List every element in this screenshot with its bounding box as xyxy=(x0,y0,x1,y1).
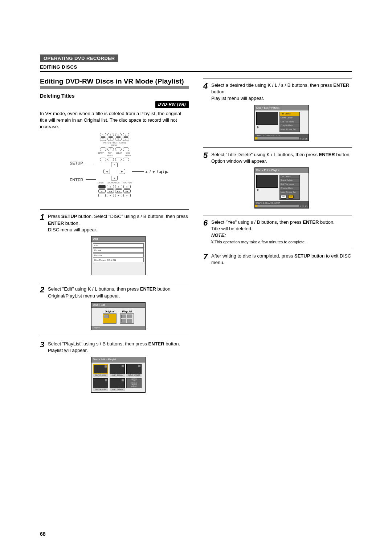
topmenu-label: TOP MENU xyxy=(106,152,114,157)
progress-row: 0:01:25 xyxy=(255,205,309,208)
play-button[interactable]: ▶ xyxy=(115,185,122,189)
pause2-button[interactable]: ■ xyxy=(107,194,114,197)
step-number: 4 xyxy=(203,82,211,144)
ff-button[interactable]: ▶▶ xyxy=(115,189,122,193)
play-icon xyxy=(257,189,259,191)
sub-title: Deleting Titles xyxy=(40,93,189,100)
picture-button[interactable] xyxy=(100,147,106,151)
no-button[interactable]: No xyxy=(288,195,294,199)
menu-item[interactable]: Edit Title Name xyxy=(280,183,299,187)
yes-button[interactable]: Yes xyxy=(281,195,287,199)
step-separator xyxy=(40,282,189,282)
num-0-button[interactable]: 0 xyxy=(107,147,114,151)
stop-button[interactable]: ■ xyxy=(123,185,131,189)
step-number: 1 xyxy=(40,213,48,278)
playlist-screenshot: Disc > Edit > Playlist JAN/1 1:00AM JAN/… xyxy=(91,357,146,393)
rew-button[interactable]: ◀◀ xyxy=(107,189,114,193)
step-separator xyxy=(203,78,352,78)
dpad-right[interactable]: ▶ xyxy=(119,169,125,174)
num-9-button[interactable]: 9 xyxy=(115,137,122,141)
original-tab[interactable]: Original xyxy=(103,310,117,324)
setup-callout: SETUP xyxy=(70,161,83,166)
menu-item[interactable]: Scene Delete xyxy=(280,116,299,120)
discmenu-button[interactable] xyxy=(123,158,129,161)
step-separator xyxy=(40,337,189,337)
num-6-button[interactable]: 6 xyxy=(115,133,122,137)
section-title: Editing DVD-RW Discs in VR Mode (Playlis… xyxy=(40,77,189,85)
menu-item[interactable]: Edit Title Name xyxy=(280,120,299,124)
ss-title: Disc > Edit > Playlist xyxy=(255,105,309,111)
step2-result: Original/PlayList menu will appear. xyxy=(48,293,189,299)
menu-item[interactable]: Edit xyxy=(93,243,144,248)
enter-callout: ENTER xyxy=(70,177,83,183)
status-row: JAN/ 1 1:00AM CH12 XP xyxy=(255,134,309,137)
num-8-button[interactable]: 8 xyxy=(107,137,114,141)
step-separator xyxy=(203,249,352,249)
skip-back-button[interactable]: ■ xyxy=(98,189,106,193)
arrows-callout: ▲ / ▼ / ◀ / ▶ xyxy=(144,169,168,175)
title-thumb[interactable] xyxy=(110,364,125,374)
menu-item[interactable]: Index Picture Set xyxy=(280,128,299,132)
note-label: NOTE: xyxy=(211,232,352,239)
volume-button[interactable] xyxy=(123,147,129,151)
play2-button[interactable]: ▶ xyxy=(115,194,122,197)
clear-button[interactable] xyxy=(115,158,122,161)
playlist-tab[interactable]: PlayList xyxy=(120,310,134,324)
setup-line xyxy=(86,163,94,163)
playlist-side-menu: Title Delete Scene Delete Edit Title Nam… xyxy=(279,175,300,200)
timer-button[interactable] xyxy=(115,147,122,151)
menu-item[interactable]: Title Delete xyxy=(280,112,299,116)
num-7-button[interactable]: 7 xyxy=(100,137,106,141)
title-thumb[interactable] xyxy=(110,378,125,388)
subcategory-heading: EDITING DISCS xyxy=(40,64,352,72)
step3-result: Playlist will appear. xyxy=(48,347,189,354)
add-new-title[interactable]: Add New Title Select an Original Playlis… xyxy=(126,378,142,388)
step-7: 7 After writing to disc is completed, pr… xyxy=(203,253,352,266)
play-icon xyxy=(257,126,259,129)
title-thumb[interactable] xyxy=(93,364,108,374)
setup-button[interactable] xyxy=(100,158,106,161)
dpad-left[interactable]: ◀ xyxy=(103,169,110,174)
menu-item[interactable]: Chapter Mark xyxy=(280,187,299,191)
num-5-button[interactable]: 5 xyxy=(107,133,114,137)
enter-label: ENTER xyxy=(96,182,105,184)
num-4-button[interactable]: 4 xyxy=(100,133,106,137)
remote-diagram: SETUP ENTER ▲ / ▼ / ◀ / ▶ 4 5 6 ▲ 7 8 9 … xyxy=(87,133,142,206)
disc-menu-screenshot: Disc Edit Format Finalize Disc Protect O… xyxy=(91,236,146,275)
pause-button[interactable]: ■ xyxy=(107,185,114,189)
ss-title: Disc > Edit > Playlist xyxy=(255,168,309,173)
topmenu-button[interactable] xyxy=(107,158,114,161)
dpad-down[interactable]: ▼ xyxy=(111,176,118,181)
setup-label: SETUP xyxy=(97,152,105,157)
menu-item[interactable]: Index Picture Set xyxy=(280,191,299,195)
step1-result: DISC menu will appear. xyxy=(48,227,189,233)
title-thumb[interactable] xyxy=(126,364,142,374)
preview-thumb xyxy=(256,112,278,132)
channel-down-button[interactable]: ▼ xyxy=(123,137,129,141)
progress-bar xyxy=(255,137,299,139)
preview-thumb xyxy=(256,175,278,200)
dpad-up[interactable]: ▲ xyxy=(111,162,118,167)
menu-item[interactable]: Title Delete xyxy=(280,175,299,179)
title-thumb[interactable] xyxy=(93,378,108,388)
stop2-button[interactable]: ■ xyxy=(123,194,131,197)
step-separator xyxy=(40,209,189,210)
media-badge: DVD-RW (VR) xyxy=(155,101,189,108)
menu-item[interactable]: Disc Protect Off ➔ ON xyxy=(93,258,144,262)
menu-item[interactable]: Chapter Mark xyxy=(280,124,299,128)
channel-up-button[interactable]: ▲ xyxy=(123,133,129,137)
rapid-label: RAPID PLAY xyxy=(122,182,132,184)
right-column: 4 Select a desired title using K / L / s… xyxy=(203,77,352,396)
rec2-button[interactable] xyxy=(98,194,106,197)
rec-button[interactable] xyxy=(98,185,106,189)
menu-item[interactable]: Format xyxy=(93,248,144,252)
intro-text: In VR mode, even when a title is deleted… xyxy=(40,110,189,130)
progress-bar xyxy=(255,205,299,207)
picture-label: PICTURE xyxy=(103,142,110,147)
menu-item[interactable]: Finalize xyxy=(93,253,144,258)
title-underline xyxy=(40,86,189,89)
skip-fwd-button[interactable]: ▶▶ xyxy=(123,189,131,193)
option-window-screenshot: Disc > Edit > Playlist Title Delete Scen… xyxy=(254,167,309,208)
menu-item[interactable]: Scene Delete xyxy=(280,179,299,183)
step-separator xyxy=(203,215,352,215)
